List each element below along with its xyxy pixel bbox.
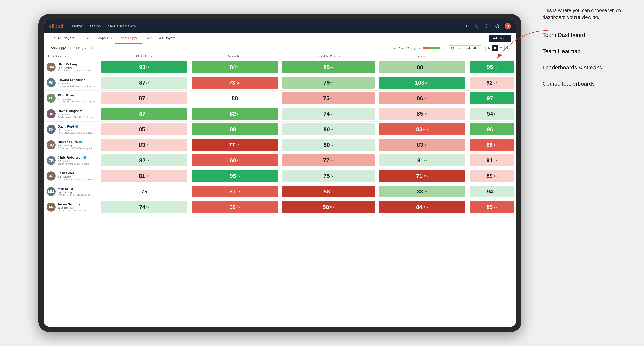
tab-pga[interactable]: PGA: [78, 33, 92, 44]
tab-all-players[interactable]: All Players: [156, 33, 179, 44]
metric-cell[interactable]: 89-2▼: [468, 168, 516, 184]
metric-cell[interactable]: 75: [99, 184, 190, 199]
table-row[interactable]: DBDave Billingham1-5 HandicapGog Magog G…: [44, 106, 516, 122]
metric-cell[interactable]: 752▲: [280, 168, 377, 184]
metric-cell[interactable]: 10315▲: [377, 75, 468, 91]
metric-cell[interactable]: 86-6▼: [377, 91, 468, 106]
player-name[interactable]: Blair McHarg: [58, 63, 96, 66]
table-row[interactable]: JCJosh Coles1-5 HandicapRoyal North Devo…: [44, 168, 516, 184]
player-name[interactable]: Elliot Ebert: [58, 94, 96, 97]
table-row[interactable]: ANAaron Nicholls11-15 HandicapDrift Golf…: [44, 199, 516, 215]
metric-cell[interactable]: 801▲: [280, 137, 377, 153]
col-player-header[interactable]: Player Quality ▼: [44, 53, 99, 59]
table-row[interactable]: CQCharlie Quick✓6-10 HandicapSt. George'…: [44, 137, 516, 153]
metric-cell[interactable]: 92-3▼: [468, 75, 516, 91]
tab-pgat-players[interactable]: PGAT Players: [49, 33, 78, 44]
col-off-tee-header[interactable]: Off the Tee ▼: [99, 53, 190, 59]
metric-cell[interactable]: 83-10▼: [377, 122, 468, 137]
metric-cell[interactable]: 73-11▼: [190, 75, 280, 91]
view-list-btn[interactable]: [498, 45, 504, 51]
metric-cell[interactable]: 958▲: [190, 168, 280, 184]
metric-cell[interactable]: 858▲: [280, 59, 377, 75]
view-grid-btn[interactable]: [486, 45, 492, 51]
metric-cell[interactable]: 86-8▼: [468, 137, 516, 153]
player-name[interactable]: Edward Crossman: [58, 78, 96, 82]
view-heatmap-btn[interactable]: [492, 45, 498, 51]
metric-cell[interactable]: 85-4▼: [468, 199, 516, 215]
metric-cell[interactable]: 77-14▼: [190, 137, 280, 153]
metric-cell[interactable]: 88-1▼: [377, 59, 468, 75]
metric-change: 10▲: [330, 206, 334, 208]
metric-cell[interactable]: 824▲: [190, 106, 280, 122]
metric-cell[interactable]: 823▲: [99, 153, 190, 168]
metric-cell[interactable]: 77-3▼: [280, 153, 377, 168]
metric-cell[interactable]: 85-3▼: [377, 106, 468, 122]
col-around-green-header[interactable]: Around the Green ▼: [280, 53, 377, 59]
metric-cell[interactable]: 943▲: [468, 184, 516, 199]
metric-cell[interactable]: 88: [190, 91, 280, 106]
player-name[interactable]: Dave Billingham: [58, 109, 96, 113]
logo[interactable]: clippd: [49, 23, 63, 29]
metric-cell[interactable]: 61-3▼: [190, 184, 280, 199]
player-name[interactable]: Josh Coles: [58, 172, 96, 175]
last-rounds-button[interactable]: Last Rounds: 20: [448, 45, 482, 51]
metric-cell[interactable]: 5810▲: [280, 199, 377, 215]
metric-cell[interactable]: 963▲: [468, 122, 516, 137]
metric-cell[interactable]: 814▲: [377, 153, 468, 168]
table-row[interactable]: DFDavid Ford✓Plus HandicapRoyal North De…: [44, 122, 516, 137]
view-export-btn[interactable]: [504, 45, 511, 51]
player-name[interactable]: Aaron Nicholls: [58, 202, 96, 206]
metric-cell[interactable]: 602▲: [190, 153, 280, 168]
settings-icon[interactable]: [494, 23, 500, 29]
table-row[interactable]: ECEdward Crossman1-5 HandicapSunningdale…: [44, 75, 516, 91]
player-name[interactable]: David Ford✓: [58, 125, 96, 128]
table-row[interactable]: BMBlair McHargPlus HandicapRoyal North D…: [44, 59, 516, 75]
player-name[interactable]: Charlie Quick✓: [58, 140, 96, 144]
metric-cell[interactable]: 975▲: [468, 91, 516, 106]
tab-tour[interactable]: Tour: [142, 33, 156, 44]
nav-teams[interactable]: Teams: [90, 23, 101, 29]
metric-cell[interactable]: 871▲: [99, 75, 190, 91]
metric-cell[interactable]: 83-6▼: [377, 137, 468, 153]
metric-cell[interactable]: 60-1▼: [190, 199, 280, 215]
metric-cell[interactable]: 874▲: [99, 106, 190, 122]
person-icon[interactable]: [473, 23, 480, 29]
metric-cell[interactable]: 799▲: [280, 75, 377, 91]
edit-icon[interactable]: ✎: [91, 46, 93, 50]
metric-cell[interactable]: 75-3▼: [280, 91, 377, 106]
metric-cell[interactable]: 748▲: [99, 199, 190, 215]
player-name[interactable]: Chris Robertson✓: [58, 156, 96, 160]
table-row[interactable]: CRChris Robertson✓1-5 HandicapCraigmilla…: [44, 153, 516, 168]
bell-icon[interactable]: [484, 23, 490, 29]
metric-cell[interactable]: 84-21▼: [377, 199, 468, 215]
nav-my-performance[interactable]: My Performance: [108, 23, 136, 29]
metric-cell[interactable]: 897▲: [190, 122, 280, 137]
table-row[interactable]: EEElliot Ebert1-5 HandicapSunningdale Go…: [44, 91, 516, 106]
metric-cell[interactable]: 741▲: [280, 106, 377, 122]
tab-hcaps[interactable]: Hcaps 1-5: [92, 33, 115, 44]
nav-home[interactable]: Home: [72, 23, 82, 29]
add-team-button[interactable]: Add Team: [489, 35, 511, 42]
metric-cell[interactable]: 88-2▼: [377, 184, 468, 199]
metric-cell[interactable]: 81-3▼: [99, 168, 190, 184]
search-icon[interactable]: [463, 23, 469, 29]
metric-cell[interactable]: 83-3▼: [99, 137, 190, 153]
player-name[interactable]: Matt Miller: [58, 187, 96, 191]
metric-cell[interactable]: 87-3▼: [99, 91, 190, 106]
metric-cell[interactable]: 91-3▼: [468, 153, 516, 168]
metric-cell[interactable]: 939▲: [99, 59, 190, 75]
metric-value: 88: [417, 64, 423, 70]
avatar[interactable]: U: [505, 23, 511, 29]
col-putting-header[interactable]: Putting ▼: [377, 53, 468, 59]
table-row[interactable]: MMMatt Miller6-10 HandicapWoburn Golf Cl…: [44, 184, 516, 199]
tab-team-clippd[interactable]: Team Clippd: [115, 33, 142, 44]
metric-box: 824▲: [192, 108, 278, 120]
metric-cell[interactable]: 803▲: [280, 122, 377, 137]
metric-cell[interactable]: 71-11▼: [377, 168, 468, 184]
metric-cell[interactable]: 846▲: [190, 59, 280, 75]
metric-cell[interactable]: 85-3▼: [99, 122, 190, 137]
col-approach-header[interactable]: Approach ▼: [190, 53, 280, 59]
metric-cell[interactable]: 584▲: [280, 184, 377, 199]
metric-cell[interactable]: 941▲: [468, 106, 516, 122]
metric-cell[interactable]: 959▲: [468, 59, 516, 75]
